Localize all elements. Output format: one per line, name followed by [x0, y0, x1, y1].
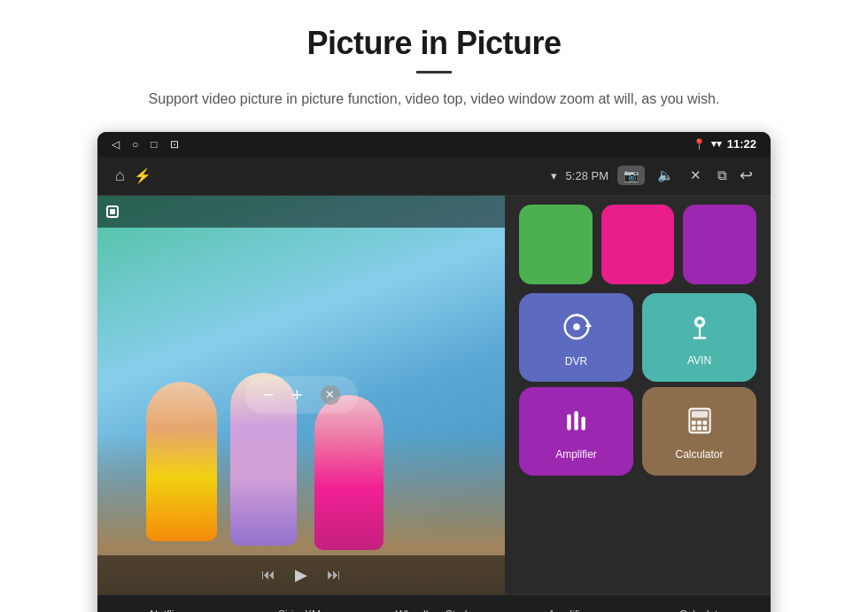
calculator-app-icon[interactable]: Calculator — [642, 387, 756, 476]
app-row-2: Amplifier — [519, 387, 756, 476]
app-row-top — [519, 205, 756, 284]
pip-video[interactable]: − + ✕ ⏮ ▶ ⏭ — [97, 196, 505, 594]
svg-marker-2 — [585, 321, 592, 327]
app-icons-panel: DVR AVIN — [505, 196, 771, 594]
record-icon — [106, 205, 119, 218]
dvr-app-icon[interactable]: DVR — [519, 293, 633, 382]
back-nav-icon[interactable]: ◁ — [112, 138, 120, 151]
pip-overlay: − + ✕ ⏮ ▶ ⏭ — [97, 196, 505, 594]
pip-prev-button[interactable]: ⏮ — [261, 567, 275, 583]
dvr-icon-symbol — [560, 310, 593, 348]
svg-rect-12 — [692, 411, 708, 417]
avin-icon-symbol — [684, 311, 716, 347]
home-nav-icon[interactable]: ○ — [132, 138, 138, 151]
svg-rect-14 — [697, 421, 701, 425]
page-subtitle: Support video picture in picture functio… — [149, 88, 720, 111]
svg-rect-13 — [692, 421, 696, 425]
svg-rect-16 — [692, 426, 696, 430]
title-divider — [416, 71, 452, 74]
svg-rect-8 — [574, 411, 578, 430]
menu-nav-icon[interactable]: ⊡ — [170, 138, 179, 151]
netflix-partial-icon[interactable] — [519, 205, 593, 284]
usb-icon: ⚡ — [134, 167, 151, 184]
location-icon: 📍 — [693, 138, 706, 151]
pip-mode-button[interactable]: ⧉ — [714, 167, 731, 183]
pip-zoom-in[interactable]: + — [291, 383, 303, 407]
dvr-svg — [560, 310, 593, 344]
amplifier-svg — [561, 405, 593, 437]
recents-nav-icon[interactable]: □ — [151, 138, 157, 151]
wifi-status-icon: ▾▾ — [711, 138, 722, 150]
pip-next-button[interactable]: ⏭ — [327, 567, 341, 583]
main-content: − + ✕ ⏮ ▶ ⏭ — [97, 196, 771, 594]
nav-right: ▾ 5:28 PM 📷 🔈 ✕ ⧉ ↩ — [551, 166, 753, 185]
nav-bar: ⌂ ⚡ ▾ 5:28 PM 📷 🔈 ✕ ⧉ ↩ — [97, 157, 771, 196]
svg-rect-7 — [567, 414, 571, 430]
siriusxm-partial-icon[interactable] — [601, 205, 675, 284]
dvr-label: DVR — [565, 355, 587, 368]
nav-time: 5:28 PM — [566, 169, 608, 182]
home-icon[interactable]: ⌂ — [115, 167, 125, 185]
wheelkey-partial-icon[interactable] — [683, 205, 756, 284]
svg-rect-9 — [581, 417, 585, 430]
pip-zoom-controls[interactable]: − + ✕ — [244, 376, 358, 414]
app-row-1: DVR AVIN — [519, 293, 756, 382]
svg-rect-15 — [702, 421, 707, 425]
siriusxm-bottom-label[interactable]: SiriusXM — [232, 594, 367, 612]
calculator-bottom-label[interactable]: Calculator — [636, 594, 771, 612]
svg-rect-18 — [702, 426, 707, 430]
avin-app-icon[interactable]: AVIN — [642, 293, 756, 382]
pip-top-bar — [97, 196, 505, 228]
avin-label: AVIN — [687, 354, 711, 367]
status-time: 11:22 — [727, 137, 756, 151]
volume-button[interactable]: 🔈 — [654, 167, 678, 183]
bottom-labels-bar: Netflix SiriusXM Wheelkey Study Amplifie… — [97, 594, 771, 612]
calculator-label: Calculator — [675, 448, 723, 461]
avin-svg — [684, 311, 716, 343]
page-title: Picture in Picture — [306, 25, 561, 62]
device-frame: ◁ ○ □ ⊡ 📍 ▾▾ 11:22 ⌂ ⚡ ▾ 5:28 PM 📷 🔈 — [97, 132, 771, 612]
status-bar-left: ◁ ○ □ ⊡ — [112, 138, 179, 151]
amplifier-icon-symbol — [561, 405, 593, 441]
amplifier-bottom-label[interactable]: Amplifier — [501, 594, 636, 612]
pip-panel: − + ✕ ⏮ ▶ ⏭ — [97, 196, 505, 594]
status-bar-right: 📍 ▾▾ 11:22 — [693, 137, 756, 151]
amplifier-app-icon[interactable]: Amplifier — [519, 387, 633, 476]
netflix-bottom-label[interactable]: Netflix — [97, 594, 232, 612]
nav-back-button[interactable]: ↩ — [740, 166, 753, 185]
amplifier-label: Amplifier — [555, 448, 597, 461]
close-pip-button[interactable]: ✕ — [686, 167, 705, 183]
camera-button[interactable]: 📷 — [617, 166, 645, 185]
wifi-nav-icon: ▾ — [551, 169, 557, 182]
nav-left: ⌂ ⚡ — [115, 167, 151, 185]
pip-playback-controls: ⏮ ▶ ⏭ — [97, 555, 505, 594]
svg-rect-17 — [697, 426, 701, 430]
close-x-icon: ✕ — [325, 388, 335, 401]
record-dot — [110, 209, 115, 214]
pip-play-button[interactable]: ▶ — [295, 565, 307, 585]
svg-point-1 — [573, 323, 580, 330]
wheelkey-bottom-label[interactable]: Wheelkey Study — [367, 594, 501, 612]
calculator-svg — [684, 405, 716, 437]
calculator-icon-symbol — [684, 405, 716, 441]
status-bar: ◁ ○ □ ⊡ 📍 ▾▾ 11:22 — [97, 132, 771, 157]
svg-point-4 — [697, 320, 701, 324]
pip-zoom-out[interactable]: − — [262, 383, 274, 407]
pip-close-button[interactable]: ✕ — [321, 385, 340, 405]
